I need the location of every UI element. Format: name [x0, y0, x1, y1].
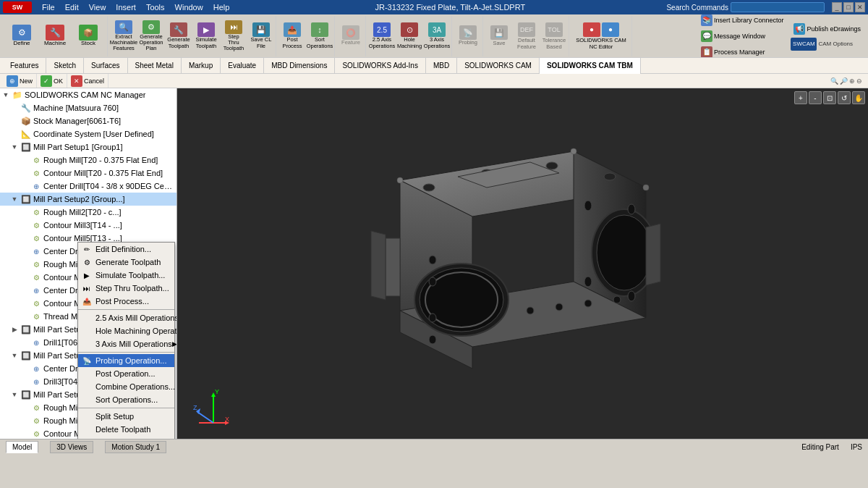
- tree-item-6[interactable]: ⚙ Contour Mill[T20 - 0.375 Flat End]: [0, 167, 176, 180]
- tree-item-3[interactable]: 📐 Coordinate System [User Defined]: [0, 127, 176, 140]
- svg-point-12: [546, 162, 558, 169]
- status-tab-3dviews[interactable]: 3D Views: [50, 441, 93, 453]
- stock-icon: 📦: [79, 25, 98, 41]
- toolbar-btn-3axis[interactable]: 3A 3 Axis Operations: [424, 19, 450, 54]
- item-icon-21: ⊕: [30, 363, 42, 374]
- minimize-button[interactable]: _: [832, 2, 842, 12]
- part-render: [206, 125, 839, 410]
- tab-markup[interactable]: Markup: [182, 58, 221, 74]
- ctx-delete-toolpath[interactable]: Delete Toolpath: [78, 423, 174, 436]
- tab-solidworks-cam[interactable]: SOLIDWORKS CAM: [457, 58, 540, 74]
- tree-item-2[interactable]: 📦 Stock Manager[6061-T6]: [0, 114, 176, 127]
- menu-help[interactable]: Help: [209, 2, 234, 12]
- tree-item-5[interactable]: ⚙ Rough Mill[T20 - 0.375 Flat End]: [0, 153, 176, 167]
- toolbar-btn-probing[interactable]: 📡 Probing: [455, 19, 481, 54]
- vp-zoom-fit[interactable]: ⊡: [823, 91, 836, 104]
- tab-mbd[interactable]: MBD: [426, 58, 457, 74]
- expand-icon-0[interactable]: ▼: [1, 91, 10, 99]
- toolbar-btn-publish[interactable]: 📢 Publish eDrawings: [791, 22, 864, 36]
- item-icon-17: ⚙: [30, 311, 42, 322]
- toolbar-btn-define[interactable]: ⚙ Define: [6, 19, 38, 54]
- toolbar-small-btn2[interactable]: ✓ OK: [37, 74, 67, 88]
- tab-solidworks-cam-tbm[interactable]: SOLIDWORKS CAM TBM: [540, 58, 641, 74]
- ctx-generate-sheets[interactable]: Generate Setup Sheets...: [78, 436, 174, 439]
- ctx-combine[interactable]: Combine Operations...: [78, 380, 174, 393]
- toolbar-btn-25axis[interactable]: 2.5 2.5 Axis Operations: [369, 19, 395, 54]
- ctx-simulate-toolpath[interactable]: ▶ Simulate Toolpath...: [78, 269, 174, 282]
- menu-tools[interactable]: Tools: [142, 2, 169, 12]
- vp-pan[interactable]: ✋: [852, 91, 865, 104]
- ctx-post-operation[interactable]: Post Operation...: [78, 367, 174, 380]
- ctx-edit-definition[interactable]: ✏ Edit Definition...: [78, 243, 174, 256]
- toolbar-btn-stock[interactable]: 📦 Stock: [72, 19, 104, 54]
- ctx-edit-icon: ✏: [81, 243, 93, 255]
- tree-label-5: Rough Mill[T20 - 0.375 Flat End]: [43, 156, 158, 164]
- toolbar-btn-machine[interactable]: 🔧 Machine: [39, 19, 71, 54]
- toolbar-btn-generate-tool[interactable]: 🔧 Generate Toolpath: [166, 19, 192, 54]
- toolbar-btn-hole[interactable]: ⊙ Hole Machining: [396, 19, 422, 54]
- toolbar-btn-library-connector[interactable]: 📚 Insert Library Connector: [698, 14, 787, 28]
- menu-window[interactable]: Window: [171, 2, 208, 12]
- toolbar-small-btn3[interactable]: ✕ Cancel: [67, 74, 109, 88]
- tab-sketch[interactable]: Sketch: [46, 58, 84, 74]
- tab-solidworks-addins[interactable]: SOLIDWORKS Add-Ins: [335, 58, 425, 74]
- ctx-step-thru[interactable]: ⏭ Step Thru Toolpath...: [78, 282, 174, 295]
- toolbar-btn-savecl[interactable]: 💾 Save CL File: [248, 19, 274, 54]
- toolbar-btn-solidworks-cam[interactable]: ● ● SOLIDWORKS CAM NC Editor: [572, 19, 630, 54]
- expand-icon-20[interactable]: ▼: [10, 351, 19, 360]
- toolbar-btn-step[interactable]: ⏭ Step Thru Toolpath: [221, 19, 247, 54]
- status-tab-motion[interactable]: Motion Study 1: [105, 441, 166, 453]
- toolbar-btn-generate-op[interactable]: ⚙ Generate Operation Plan: [138, 19, 164, 54]
- window-title: JR-313232 Fixed Plate, Tilt-A-Jet.SLDPRT: [235, 3, 665, 12]
- vp-zoom-in[interactable]: +: [794, 91, 807, 104]
- ctx-hole[interactable]: Hole Machining Operations ▶: [78, 324, 174, 337]
- svg-point-13: [604, 173, 616, 180]
- vp-rotate[interactable]: ↺: [838, 91, 851, 104]
- toolbar-btn-process-manager[interactable]: 📋 Process Manager: [698, 45, 768, 59]
- toolbar-btn-message-window[interactable]: 💬 Message Window: [698, 29, 768, 43]
- tree-item-0[interactable]: ▼ 📁 SOLIDWORKS CAM NC Manager: [0, 88, 176, 101]
- tab-sheet-metal[interactable]: Sheet Metal: [128, 58, 182, 74]
- expand-icon-18[interactable]: ▶: [10, 325, 19, 334]
- expand-icon-4[interactable]: ▼: [10, 143, 19, 151]
- item-icon-15: ⊕: [30, 285, 42, 296]
- toolbar-small-btn1[interactable]: ⊕ New: [3, 74, 37, 88]
- status-tab-model[interactable]: Model: [6, 441, 38, 453]
- ctx-split-setup[interactable]: Split Setup: [78, 410, 174, 423]
- ctx-post-process[interactable]: 📤 Post Process...: [78, 295, 174, 308]
- tab-evaluate[interactable]: Evaluate: [221, 58, 264, 74]
- tree-item-7[interactable]: ⊕ Center Drill[T04 - 3/8 x 90DEG Center …: [0, 180, 176, 193]
- tree-item-4[interactable]: ▼ 🔲 Mill Part Setup1 [Group1]: [0, 140, 176, 153]
- tree-item-8[interactable]: ▼ 🔲 Mill Part Setup2 [Group...]: [0, 193, 176, 206]
- item-icon-18: 🔲: [20, 324, 32, 335]
- tree-item-9[interactable]: ⚙ Rough Mill2[T20 - c...]: [0, 206, 176, 219]
- close-button[interactable]: ✕: [855, 2, 865, 12]
- ctx-sim-icon: ▶: [81, 269, 93, 281]
- menu-edit[interactable]: Edit: [61, 2, 83, 12]
- item-icon-19: ⊕: [30, 337, 42, 348]
- tab-surfaces[interactable]: Surfaces: [84, 58, 127, 74]
- expand-icon-8[interactable]: ▼: [10, 195, 19, 203]
- expand-icon-23[interactable]: ▼: [10, 390, 19, 399]
- menu-view[interactable]: View: [85, 2, 111, 12]
- ctx-probing-operation[interactable]: 📡 Probing Operation...: [78, 354, 174, 367]
- viewport[interactable]: + - ⊡ ↺ ✋: [177, 88, 868, 439]
- tree-item-10[interactable]: ⚙ Contour Mill3[T14 - ...]: [0, 219, 176, 232]
- tab-features[interactable]: Features: [3, 58, 46, 74]
- tree-item-1[interactable]: 🔧 Machine [Matsuura 760]: [0, 101, 176, 114]
- toolbar-group-cam: ⚙ Define 🔧 Machine 📦 Stock: [3, 16, 108, 56]
- menu-insert[interactable]: Insert: [111, 2, 140, 12]
- maximize-button[interactable]: □: [843, 2, 854, 12]
- ctx-25axis[interactable]: 2.5 Axis Mill Operations ▶: [78, 311, 174, 324]
- toolbar-btn-simulate[interactable]: ▶ Simulate Toolpath: [193, 19, 219, 54]
- toolbar-btn-extract[interactable]: 🔍 Extract Machinable Features: [111, 19, 137, 54]
- vp-zoom-out[interactable]: -: [809, 91, 822, 104]
- ctx-sort[interactable]: Sort Operations...: [78, 393, 174, 406]
- tab-mbd-dimensions[interactable]: MBD Dimensions: [264, 58, 335, 74]
- toolbar-btn-sort[interactable]: ↕ Sort Operations: [307, 19, 333, 54]
- toolbar-btn-post[interactable]: 📤 Post Process: [279, 19, 305, 54]
- menu-file[interactable]: File: [38, 2, 59, 12]
- ctx-3axis[interactable]: 3 Axis Mill Operations ▶: [78, 337, 174, 350]
- ctx-generate-toolpath[interactable]: ⚙ Generate Toolpath: [78, 256, 174, 269]
- toolbar-btn-save-disabled: 💾 Save: [486, 19, 512, 54]
